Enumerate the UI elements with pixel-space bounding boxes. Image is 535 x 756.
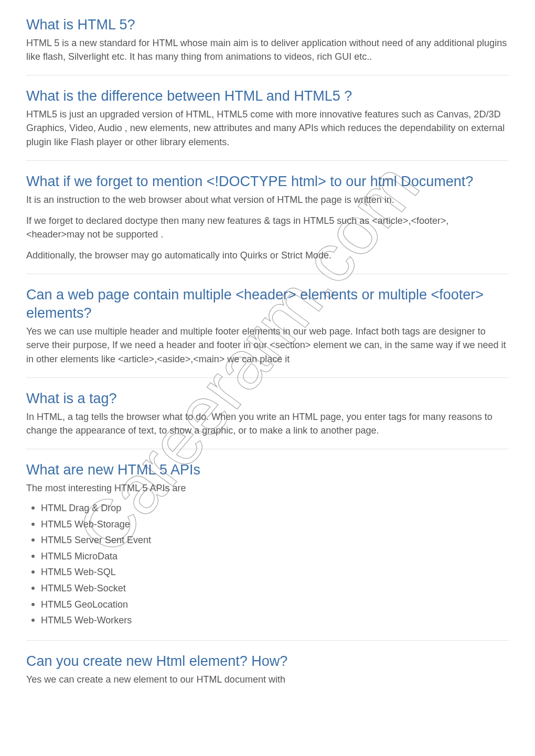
answer-text: HTML 5 is a new standard for HTML whose … [26,36,509,63]
answer-text: It is an instruction to the web browser … [26,193,509,207]
section-divider [26,449,509,449]
question-heading: What is the difference between HTML and … [26,87,509,105]
question-heading: What is a tag? [26,390,509,408]
section-divider [26,274,509,274]
answer-text: Yes we can use multiple header and multi… [26,325,509,365]
list-item: HTML Drag & Drop [29,500,509,516]
qa-section: Can a web page contain multiple <header>… [26,286,509,365]
answer-text: In HTML, a tag tells the browser what to… [26,410,509,437]
qa-section: Can you create new Html element? How? Ye… [26,652,509,686]
answer-text: Additionally, the browser may go automat… [26,249,509,262]
qa-section: What are new HTML 5 APIs The most intere… [26,461,509,629]
qa-section: What is the difference between HTML and … [26,87,509,148]
question-heading: Can a web page contain multiple <header>… [26,286,509,322]
section-divider [26,160,509,161]
list-item: HTML5 Web-Workers [29,612,509,629]
list-item: HTML5 MicroData [29,548,509,565]
answer-text: If we forget to declared doctype then ma… [26,214,509,241]
question-heading: What if we forget to mention <!DOCTYPE h… [26,172,509,191]
list-item: HTML5 Web-Socket [29,580,509,597]
question-heading: What is HTML 5? [26,16,509,34]
list-item: HTML5 Web-Storage [29,516,509,533]
list-item: HTML5 Server Sent Event [29,532,509,548]
answer-text: HTML5 is just an upgraded version of HTM… [26,107,509,148]
list-item: HTML5 GeoLocation [29,597,509,613]
section-divider [26,75,509,75]
qa-section: What is HTML 5? HTML 5 is a new standard… [26,16,509,63]
answer-text: The most interesting HTML 5 APIs are [26,481,509,495]
list-item: HTML5 Web-SQL [29,564,509,580]
qa-section: What if we forget to mention <!DOCTYPE h… [26,172,509,262]
answer-text: Yes we can create a new element to our H… [26,673,509,686]
qa-section: What is a tag? In HTML, a tag tells the … [26,390,509,437]
question-heading: What are new HTML 5 APIs [26,461,509,479]
api-list: HTML Drag & Drop HTML5 Web-Storage HTML5… [26,500,509,629]
section-divider [26,640,509,641]
question-heading: Can you create new Html element? How? [26,652,509,671]
section-divider [26,377,509,378]
